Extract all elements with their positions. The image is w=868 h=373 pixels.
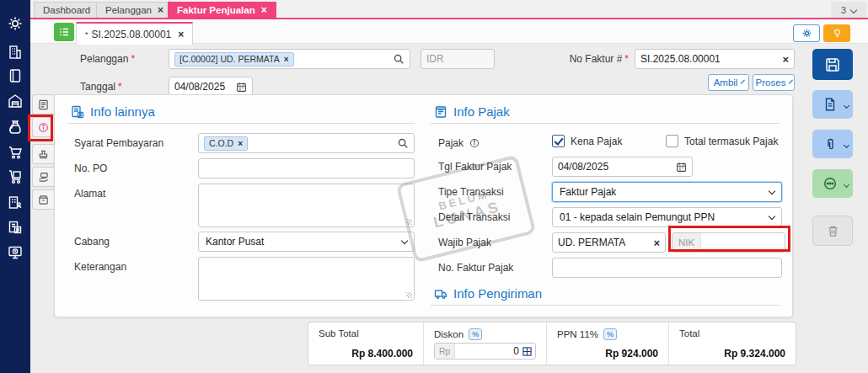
minitab-note[interactable] bbox=[32, 94, 54, 115]
tab-overflow-count[interactable]: 3 bbox=[831, 2, 866, 18]
pajak-label: Pajak bbox=[438, 137, 480, 149]
delivery-trolley-icon[interactable] bbox=[7, 168, 24, 185]
tab-faktur-penjualan-label: Faktur Penjualan bbox=[177, 5, 255, 15]
ambil-button[interactable]: Ambil bbox=[708, 74, 749, 91]
total-label: Total bbox=[679, 328, 699, 338]
more-actions-button[interactable] bbox=[812, 169, 853, 198]
pelanggan-chip[interactable]: [C.00002] UD. PERMATA × bbox=[174, 52, 294, 67]
cabang-value: Kantor Pusat bbox=[206, 236, 402, 248]
wajib-pajak-field[interactable]: UD. PERMATA × bbox=[552, 232, 666, 253]
close-icon[interactable]: × bbox=[261, 5, 267, 15]
nik-field[interactable]: NIK bbox=[672, 232, 785, 253]
info-pajak-icon bbox=[434, 105, 447, 119]
print-preview-button[interactable] bbox=[812, 90, 853, 119]
search-icon[interactable] bbox=[397, 137, 409, 149]
attachment-button[interactable] bbox=[812, 130, 853, 158]
journal-icon[interactable] bbox=[7, 67, 24, 84]
warehouse-icon[interactable] bbox=[7, 93, 24, 109]
purchase-cart-icon[interactable] bbox=[7, 144, 24, 161]
info-pajak-header: Info Pajak bbox=[434, 104, 510, 119]
calculator-icon[interactable] bbox=[522, 347, 532, 356]
sales-bag-icon[interactable] bbox=[7, 119, 24, 136]
ambil-button-label: Ambil bbox=[714, 77, 738, 88]
tab-dashboard[interactable]: Dashboard bbox=[34, 2, 99, 18]
no-faktur-field[interactable]: SI.2025.08.00001 × bbox=[635, 49, 795, 69]
section-divider bbox=[431, 123, 780, 124]
diskon-value: 0 bbox=[455, 345, 522, 357]
no-po-field[interactable] bbox=[198, 158, 415, 179]
help-tips-button[interactable] bbox=[823, 24, 850, 42]
no-faktur-pajak-field[interactable] bbox=[552, 258, 782, 278]
minitab-payment[interactable] bbox=[32, 167, 54, 187]
diskon-percent-toggle[interactable]: % bbox=[469, 328, 482, 340]
save-button[interactable] bbox=[812, 49, 853, 80]
tab-faktur-penjualan[interactable]: Faktur Penjualan × bbox=[168, 2, 276, 18]
no-faktur-pajak-label: No. Faktur Pajak bbox=[438, 262, 513, 274]
diskon-cell: Diskon % Rp 0 bbox=[423, 322, 546, 365]
tgl-faktur-pajak-field[interactable]: 04/08/2025 bbox=[552, 157, 693, 177]
settings-icon[interactable] bbox=[7, 15, 24, 32]
alamat-label: Alamat bbox=[74, 188, 105, 200]
minitab-info[interactable] bbox=[32, 117, 54, 137]
kena-pajak-checkbox[interactable]: Kena Pajak bbox=[552, 135, 622, 147]
no-po-label: No. PO bbox=[74, 163, 107, 174]
ppn-value: Rp 924.000 bbox=[557, 348, 658, 360]
checkbox-checked-icon[interactable] bbox=[552, 135, 565, 147]
ppn-percent-toggle[interactable]: % bbox=[603, 328, 617, 340]
pelanggan-field[interactable]: [C.00002] UD. PERMATA × bbox=[169, 49, 410, 69]
proses-button[interactable]: Proses bbox=[753, 74, 795, 91]
chip-remove-icon[interactable]: × bbox=[284, 55, 289, 64]
list-view-button[interactable] bbox=[54, 23, 74, 41]
form-settings-button[interactable] bbox=[793, 24, 820, 42]
clear-icon[interactable]: × bbox=[782, 53, 789, 66]
chevron-down-icon bbox=[769, 187, 775, 194]
chip-remove-icon[interactable]: × bbox=[238, 139, 243, 148]
section-divider bbox=[431, 305, 780, 306]
total-termasuk-pajak-checkbox[interactable]: Total termasuk Pajak bbox=[666, 135, 778, 147]
fixed-assets-icon[interactable] bbox=[7, 194, 24, 210]
minitab-archive[interactable] bbox=[32, 189, 54, 210]
diskon-input[interactable]: Rp 0 bbox=[434, 343, 536, 360]
tab-invoice-document[interactable]: * SI.2025.08.00001 × bbox=[76, 22, 193, 45]
wajib-pajak-value: UD. PERMATA bbox=[558, 237, 653, 248]
resize-handle[interactable] bbox=[406, 219, 412, 225]
calendar-icon[interactable] bbox=[236, 82, 247, 93]
chevron-down-icon bbox=[401, 237, 408, 243]
save-icon bbox=[824, 56, 841, 73]
tab-pelanggan-label: Pelanggan bbox=[105, 5, 152, 15]
minitab-approval[interactable] bbox=[32, 144, 54, 164]
detail-transaksi-select[interactable]: 01 - kepada selain Pemungut PPN bbox=[552, 207, 782, 227]
syarat-chip[interactable]: C.O.D × bbox=[204, 136, 248, 151]
clear-icon[interactable]: × bbox=[653, 237, 660, 249]
keterangan-textarea[interactable] bbox=[198, 257, 415, 301]
info-pengiriman-title: Info Pengiriman bbox=[453, 286, 542, 301]
required-marker: * bbox=[118, 81, 122, 93]
audit-monitor-icon[interactable] bbox=[7, 244, 24, 261]
info-pajak-title: Info Pajak bbox=[453, 104, 510, 119]
totals-bar: Sub Total Rp 8.400.000 Diskon % Rp 0 PPN… bbox=[308, 322, 796, 365]
tab-pelanggan[interactable]: Pelanggan × bbox=[96, 2, 173, 18]
cabang-select[interactable]: Kantor Pusat bbox=[198, 232, 415, 252]
search-icon[interactable] bbox=[393, 53, 405, 65]
ledger-books-icon[interactable] bbox=[7, 219, 24, 236]
ppn-label: PPN 11% bbox=[557, 329, 598, 339]
close-icon[interactable]: × bbox=[158, 5, 163, 15]
company-icon[interactable] bbox=[7, 44, 24, 61]
resize-handle[interactable] bbox=[406, 292, 412, 298]
close-icon[interactable]: × bbox=[178, 29, 184, 40]
detail-transaksi-value: 01 - kepada selain Pemungut PPN bbox=[560, 211, 769, 223]
no-faktur-label: No Faktur #* bbox=[555, 53, 629, 65]
nik-prefix-label: NIK bbox=[672, 233, 701, 252]
calendar-icon[interactable] bbox=[676, 162, 687, 173]
total-value: Rp 9.324.000 bbox=[679, 348, 785, 360]
tipe-transaksi-select[interactable]: Faktur Pajak bbox=[552, 182, 782, 202]
tipe-transaksi-label: Tipe Transaksi bbox=[438, 186, 504, 198]
syarat-pembayaran-label: Syarat Pembayaran bbox=[74, 137, 163, 149]
syarat-pembayaran-field[interactable]: C.O.D × bbox=[198, 133, 415, 153]
alamat-textarea[interactable] bbox=[198, 184, 415, 227]
document-icon bbox=[822, 97, 838, 112]
detail-transaksi-label: Detail Transaksi bbox=[438, 211, 510, 223]
info-lainnya-title: Info lainnya bbox=[90, 104, 155, 119]
info-tooltip-icon[interactable] bbox=[469, 138, 480, 148]
checkbox-unchecked-icon[interactable] bbox=[666, 135, 678, 147]
